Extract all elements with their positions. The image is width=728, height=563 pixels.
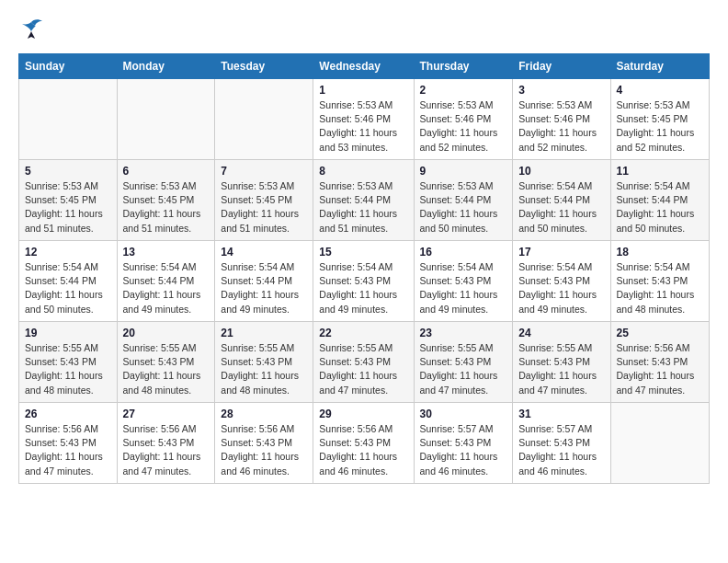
header-cell-friday: Friday (513, 54, 610, 79)
day-info: Sunrise: 5:53 AMSunset: 5:45 PMDaylight:… (123, 179, 210, 236)
day-cell (610, 403, 709, 484)
day-cell (215, 79, 313, 160)
day-info: Sunrise: 5:54 AMSunset: 5:44 PMDaylight:… (123, 260, 210, 316)
day-info: Sunrise: 5:53 AMSunset: 5:45 PMDaylight:… (617, 98, 703, 155)
day-info: Sunrise: 5:56 AMSunset: 5:43 PMDaylight:… (617, 341, 703, 397)
day-cell: 17Sunrise: 5:54 AMSunset: 5:43 PMDayligh… (513, 241, 610, 322)
day-cell: 11Sunrise: 5:54 AMSunset: 5:44 PMDayligh… (610, 160, 709, 241)
header-cell-thursday: Thursday (414, 54, 513, 79)
day-info: Sunrise: 5:56 AMSunset: 5:43 PMDaylight:… (123, 422, 210, 478)
week-row-2: 5Sunrise: 5:53 AMSunset: 5:45 PMDaylight… (19, 160, 710, 241)
day-info: Sunrise: 5:53 AMSunset: 5:45 PMDaylight:… (25, 179, 111, 236)
day-cell: 26Sunrise: 5:56 AMSunset: 5:43 PMDayligh… (19, 403, 118, 484)
day-cell (117, 79, 215, 160)
day-number: 5 (25, 165, 111, 178)
header-cell-tuesday: Tuesday (215, 54, 313, 79)
logo-icon (18, 18, 44, 39)
day-info: Sunrise: 5:53 AMSunset: 5:44 PMDaylight:… (319, 179, 407, 236)
day-info: Sunrise: 5:54 AMSunset: 5:43 PMDaylight:… (420, 260, 507, 316)
day-info: Sunrise: 5:55 AMSunset: 5:43 PMDaylight:… (123, 341, 210, 397)
day-info: Sunrise: 5:54 AMSunset: 5:44 PMDaylight:… (617, 179, 703, 236)
day-cell: 23Sunrise: 5:55 AMSunset: 5:43 PMDayligh… (414, 322, 513, 403)
day-info: Sunrise: 5:53 AMSunset: 5:46 PMDaylight:… (319, 98, 407, 155)
day-number: 7 (221, 165, 307, 178)
day-info: Sunrise: 5:56 AMSunset: 5:43 PMDaylight:… (25, 422, 111, 478)
day-number: 11 (617, 165, 703, 178)
day-cell: 2Sunrise: 5:53 AMSunset: 5:46 PMDaylight… (414, 79, 513, 160)
day-cell: 27Sunrise: 5:56 AMSunset: 5:43 PMDayligh… (117, 403, 215, 484)
day-cell: 20Sunrise: 5:55 AMSunset: 5:43 PMDayligh… (117, 322, 215, 403)
day-info: Sunrise: 5:55 AMSunset: 5:43 PMDaylight:… (518, 341, 604, 397)
day-cell (19, 79, 118, 160)
header-cell-monday: Monday (117, 54, 215, 79)
day-number: 25 (617, 327, 703, 339)
day-info: Sunrise: 5:55 AMSunset: 5:43 PMDaylight:… (25, 341, 111, 397)
day-number: 4 (617, 84, 703, 97)
day-cell: 14Sunrise: 5:54 AMSunset: 5:44 PMDayligh… (215, 241, 313, 322)
page-header (18, 18, 710, 39)
day-number: 8 (319, 165, 407, 178)
day-cell: 13Sunrise: 5:54 AMSunset: 5:44 PMDayligh… (117, 241, 215, 322)
day-cell: 1Sunrise: 5:53 AMSunset: 5:46 PMDaylight… (313, 79, 414, 160)
day-cell: 28Sunrise: 5:56 AMSunset: 5:43 PMDayligh… (215, 403, 313, 484)
day-number: 23 (420, 327, 507, 339)
day-number: 20 (123, 327, 210, 339)
day-number: 14 (221, 246, 307, 259)
day-number: 3 (518, 84, 604, 97)
day-number: 28 (221, 408, 307, 420)
day-info: Sunrise: 5:54 AMSunset: 5:44 PMDaylight:… (221, 260, 307, 316)
day-cell: 25Sunrise: 5:56 AMSunset: 5:43 PMDayligh… (610, 322, 709, 403)
day-info: Sunrise: 5:53 AMSunset: 5:46 PMDaylight:… (518, 98, 604, 155)
day-number: 9 (420, 165, 507, 178)
header-cell-sunday: Sunday (19, 54, 118, 79)
day-info: Sunrise: 5:57 AMSunset: 5:43 PMDaylight:… (518, 422, 604, 478)
week-row-4: 19Sunrise: 5:55 AMSunset: 5:43 PMDayligh… (19, 322, 710, 403)
day-cell: 15Sunrise: 5:54 AMSunset: 5:43 PMDayligh… (313, 241, 414, 322)
day-cell: 5Sunrise: 5:53 AMSunset: 5:45 PMDaylight… (19, 160, 118, 241)
day-number: 17 (518, 246, 604, 259)
day-cell: 29Sunrise: 5:56 AMSunset: 5:43 PMDayligh… (313, 403, 414, 484)
header-cell-wednesday: Wednesday (313, 54, 414, 79)
day-cell: 4Sunrise: 5:53 AMSunset: 5:45 PMDaylight… (610, 79, 709, 160)
header-cell-saturday: Saturday (610, 54, 709, 79)
day-cell: 31Sunrise: 5:57 AMSunset: 5:43 PMDayligh… (513, 403, 610, 484)
day-number: 1 (319, 84, 407, 97)
day-info: Sunrise: 5:56 AMSunset: 5:43 PMDaylight:… (221, 422, 307, 478)
day-cell: 30Sunrise: 5:57 AMSunset: 5:43 PMDayligh… (414, 403, 513, 484)
calendar-header: SundayMondayTuesdayWednesdayThursdayFrid… (19, 54, 710, 79)
day-info: Sunrise: 5:57 AMSunset: 5:43 PMDaylight:… (420, 422, 507, 478)
week-row-1: 1Sunrise: 5:53 AMSunset: 5:46 PMDaylight… (19, 79, 710, 160)
week-row-3: 12Sunrise: 5:54 AMSunset: 5:44 PMDayligh… (19, 241, 710, 322)
day-number: 15 (319, 246, 407, 259)
day-number: 31 (518, 408, 604, 420)
day-number: 2 (420, 84, 507, 97)
day-number: 10 (518, 165, 604, 178)
day-info: Sunrise: 5:53 AMSunset: 5:46 PMDaylight:… (420, 98, 507, 155)
day-cell: 19Sunrise: 5:55 AMSunset: 5:43 PMDayligh… (19, 322, 118, 403)
day-info: Sunrise: 5:55 AMSunset: 5:43 PMDaylight:… (319, 341, 407, 397)
day-number: 6 (123, 165, 210, 178)
day-number: 26 (25, 408, 111, 420)
day-info: Sunrise: 5:53 AMSunset: 5:44 PMDaylight:… (420, 179, 507, 236)
day-info: Sunrise: 5:54 AMSunset: 5:43 PMDaylight:… (617, 260, 703, 316)
day-number: 21 (221, 327, 307, 339)
day-cell: 21Sunrise: 5:55 AMSunset: 5:43 PMDayligh… (215, 322, 313, 403)
day-cell: 6Sunrise: 5:53 AMSunset: 5:45 PMDaylight… (117, 160, 215, 241)
day-number: 19 (25, 327, 111, 339)
day-cell: 9Sunrise: 5:53 AMSunset: 5:44 PMDaylight… (414, 160, 513, 241)
day-cell: 3Sunrise: 5:53 AMSunset: 5:46 PMDaylight… (513, 79, 610, 160)
day-number: 30 (420, 408, 507, 420)
logo (18, 18, 48, 39)
day-number: 22 (319, 327, 407, 339)
day-info: Sunrise: 5:54 AMSunset: 5:43 PMDaylight:… (319, 260, 407, 316)
day-info: Sunrise: 5:55 AMSunset: 5:43 PMDaylight:… (221, 341, 307, 397)
day-info: Sunrise: 5:54 AMSunset: 5:44 PMDaylight:… (518, 179, 604, 236)
day-number: 29 (319, 408, 407, 420)
day-info: Sunrise: 5:55 AMSunset: 5:43 PMDaylight:… (420, 341, 507, 397)
calendar-body: 1Sunrise: 5:53 AMSunset: 5:46 PMDaylight… (19, 79, 710, 484)
day-info: Sunrise: 5:54 AMSunset: 5:44 PMDaylight:… (25, 260, 111, 316)
day-cell: 22Sunrise: 5:55 AMSunset: 5:43 PMDayligh… (313, 322, 414, 403)
week-row-5: 26Sunrise: 5:56 AMSunset: 5:43 PMDayligh… (19, 403, 710, 484)
calendar-table: SundayMondayTuesdayWednesdayThursdayFrid… (18, 53, 710, 484)
day-cell: 12Sunrise: 5:54 AMSunset: 5:44 PMDayligh… (19, 241, 118, 322)
